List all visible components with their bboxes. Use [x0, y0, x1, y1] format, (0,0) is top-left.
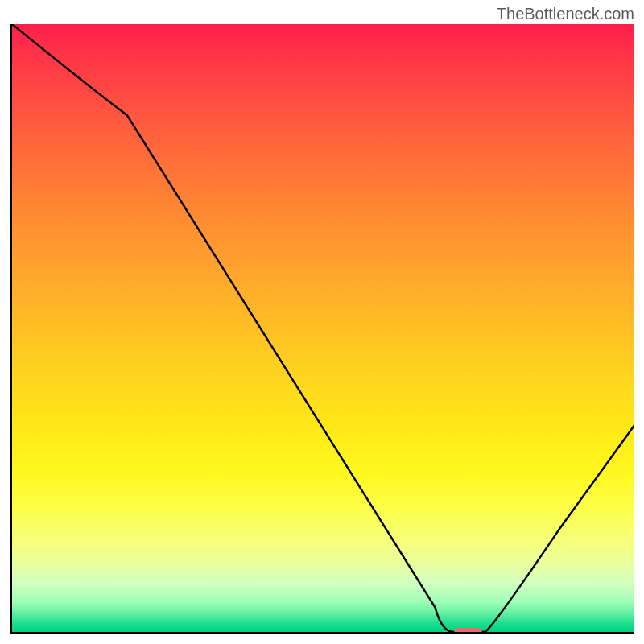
chart-container: [10, 24, 634, 634]
watermark-text: TheBottleneck.com: [497, 5, 634, 23]
curve-svg: [12, 24, 634, 632]
optimal-marker: [454, 628, 482, 634]
plot-area: [10, 24, 634, 634]
bottleneck-curve: [12, 24, 634, 632]
